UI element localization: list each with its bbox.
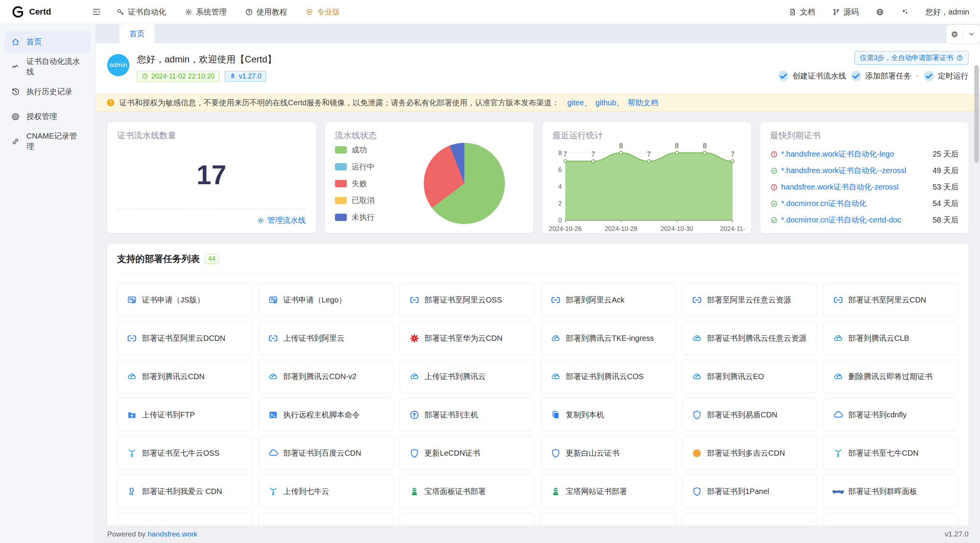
banner-text: 证书和授权为敏感信息，不要使用来历不明的在线Certd服务和镜像，以免泄露；请务… xyxy=(119,98,559,108)
task-card-27[interactable]: 更新LeCDN证书 xyxy=(400,436,535,470)
expiring-cert-days: 25 天后 xyxy=(933,149,959,159)
gear-icon xyxy=(257,217,265,224)
nav-item-3[interactable]: 使用教程 xyxy=(245,7,287,17)
sidebar-item-5[interactable]: CNAME记录管理 xyxy=(5,130,91,152)
banner-link-github[interactable]: github、 xyxy=(595,98,624,107)
nav-right-item-1[interactable]: 文档 xyxy=(789,7,815,17)
tab-menu-button[interactable] xyxy=(964,25,980,43)
task-card-partial[interactable] xyxy=(823,513,959,525)
link-icon xyxy=(11,137,20,146)
task-card-15[interactable]: 上传证书到腾讯云 xyxy=(400,360,535,393)
task-card-13[interactable]: 部署到腾讯云CDN xyxy=(117,360,252,393)
task-card-partial[interactable] xyxy=(400,513,535,525)
banner-link-gitee[interactable]: gitee、 xyxy=(567,98,591,107)
task-card-19[interactable]: 上传证书到FTP xyxy=(117,398,252,432)
expiring-cert-link[interactable]: *.docmirror.cn证书自动化 xyxy=(781,198,928,209)
task-card-9[interactable]: 部署证书至华为云CDN xyxy=(400,321,535,355)
baota-icon xyxy=(409,486,420,497)
cloud-icon xyxy=(833,410,843,420)
nav-right-item-2[interactable]: 源码 xyxy=(832,7,859,17)
pulse-icon xyxy=(11,62,20,71)
task-card-22[interactable]: 复制到本机 xyxy=(541,398,676,432)
task-card-label: 上传到七牛云 xyxy=(283,486,329,497)
step-2: 添加部署任务 xyxy=(851,71,911,81)
task-card-8[interactable]: 上传证书到阿里云 xyxy=(258,321,394,355)
security-warning-banner: 证书和授权为敏感信息，不要使用来历不明的在线Certd服务和镜像，以免泄露；请务… xyxy=(96,94,980,111)
user-greeting[interactable]: 您好，admin xyxy=(926,7,969,17)
task-card-label: 部署证书至阿里云CDN xyxy=(848,295,926,305)
task-card-16[interactable]: 部署证书到腾讯云COS xyxy=(541,360,676,393)
task-card-label: 部署到腾讯云EO xyxy=(707,371,764,382)
task-card-12[interactable]: 部署到腾讯云CLB xyxy=(823,321,959,355)
task-card-34[interactable]: 宝塔网站证书部署 xyxy=(541,474,676,508)
sidebar-item-4[interactable]: 授权管理 xyxy=(5,105,91,128)
svg-text:4: 4 xyxy=(558,183,562,190)
sidebar-item-1[interactable]: 首页 xyxy=(5,31,91,53)
three-steps-pill[interactable]: 仅需3步，全自动申请部署证书 xyxy=(854,51,969,65)
banner-link-帮助文档[interactable]: 帮助文档 xyxy=(628,98,658,107)
task-card-32[interactable]: 上传到七牛云 xyxy=(258,474,394,508)
task-card-33[interactable]: 宝塔面板证书部署 xyxy=(400,474,535,508)
handsfree-link[interactable]: handsfree.work xyxy=(148,530,198,538)
task-card-4[interactable]: 部署到阿里云Ack xyxy=(541,283,676,317)
tencent-icon xyxy=(692,333,702,343)
brand-name: Certd xyxy=(29,7,51,17)
tab-home-label: 首页 xyxy=(129,29,145,39)
top-navbar: Certd 证书自动化系统管理使用教程专业版 文档源码您好，admin xyxy=(0,0,980,24)
task-card-25[interactable]: 部署证书至七牛云OSS xyxy=(117,436,252,470)
task-card-20[interactable]: 执行远程主机脚本命令 xyxy=(258,398,394,432)
task-card-5[interactable]: 部署至阿里云任意云资源 xyxy=(682,283,817,317)
close-tabs-button[interactable] xyxy=(946,25,963,43)
task-card-label: 更新LeCDN证书 xyxy=(425,448,480,458)
scrollbar-thumb[interactable] xyxy=(974,65,979,163)
expiring-cert-link[interactable]: *.docmirror.cn证书自动化-certd-doc xyxy=(781,215,928,225)
task-card-7[interactable]: 部署证书至阿里云DCDN xyxy=(117,321,252,355)
task-card-3[interactable]: 部署证书至阿里云OSS xyxy=(400,283,535,317)
task-card-partial[interactable] xyxy=(682,513,817,525)
sidebar-item-2[interactable]: 证书自动化流水线 xyxy=(5,56,91,78)
version-badge[interactable]: v1.27.0 xyxy=(225,71,266,82)
task-card-18[interactable]: 删除腾讯云即将过期证书 xyxy=(823,360,959,393)
tab-home[interactable]: 首页 xyxy=(119,24,155,43)
task-card-10[interactable]: 部署到腾讯云TKE-ingress xyxy=(541,321,676,355)
task-card-1[interactable]: 证书申请（JS版） xyxy=(117,283,252,317)
card-title: 流水线状态 xyxy=(335,130,524,141)
task-card-36[interactable]: Synology部署证书到群晖面板 xyxy=(823,474,959,508)
nav-item-4[interactable]: 专业版 xyxy=(305,7,340,17)
task-card-31[interactable]: 部署证书到我爱云 CDN xyxy=(117,474,252,508)
task-card-17[interactable]: 部署到腾讯云EO xyxy=(682,360,817,393)
task-card-29[interactable]: D部署证书到多吉云CDN xyxy=(682,436,817,470)
check-circle-icon xyxy=(770,200,778,208)
task-card-label: 部署至阿里云任意云资源 xyxy=(707,295,791,305)
globe-icon xyxy=(876,8,884,16)
task-card-11[interactable]: 部署证书到腾讯云任意云资源 xyxy=(682,321,817,355)
nav-right-item-4[interactable] xyxy=(901,8,909,16)
task-card-28[interactable]: 更新白山云证书 xyxy=(541,436,676,470)
task-card-6[interactable]: 部署证书至阿里云CDN xyxy=(823,283,959,317)
sidebar-item-label: CNAME记录管理 xyxy=(26,131,84,152)
nav-item-1[interactable]: 证书自动化 xyxy=(116,7,166,17)
task-card-partial[interactable] xyxy=(117,513,252,525)
sidebar-item-3[interactable]: 执行历史记录 xyxy=(5,80,91,103)
clock-icon xyxy=(142,73,149,80)
manage-pipelines-link[interactable]: 管理流水线 xyxy=(117,209,306,226)
task-card-23[interactable]: 部署证书到易盾CDN xyxy=(682,398,817,432)
expiring-cert-link[interactable]: *.handsfree.work证书自动化--zerossl xyxy=(781,165,928,176)
nav-item-2[interactable]: 系统管理 xyxy=(185,7,227,17)
task-card-26[interactable]: 部署证书到百度云CDN xyxy=(258,436,394,470)
nav-right-item-3[interactable] xyxy=(876,8,884,16)
task-card-21[interactable]: 部署证书到主机 xyxy=(400,398,535,432)
expiring-cert-link[interactable]: handsfree.work证书自动化-zerossl xyxy=(781,182,928,192)
task-card-partial[interactable] xyxy=(258,513,394,525)
card-title: 最快到期证书 xyxy=(770,130,959,141)
task-card-label: 部署到阿里云Ack xyxy=(566,295,624,305)
task-card-30[interactable]: 部署证书至七牛CDN xyxy=(823,436,959,470)
expiring-cert-link[interactable]: *.handsfree.work证书自动化-lego xyxy=(781,149,928,159)
menu-fold-icon[interactable] xyxy=(92,7,101,16)
task-card-14[interactable]: 部署到腾讯云CDN-v2 xyxy=(258,360,394,393)
task-card-35[interactable]: 部署证书到1Panel xyxy=(682,474,817,508)
task-card-24[interactable]: 部署证书到cdnfly xyxy=(823,398,959,432)
task-card-partial[interactable] xyxy=(541,513,676,525)
task-card-2[interactable]: 证书申请（Lego） xyxy=(258,283,394,317)
cloud-icon xyxy=(268,448,278,458)
